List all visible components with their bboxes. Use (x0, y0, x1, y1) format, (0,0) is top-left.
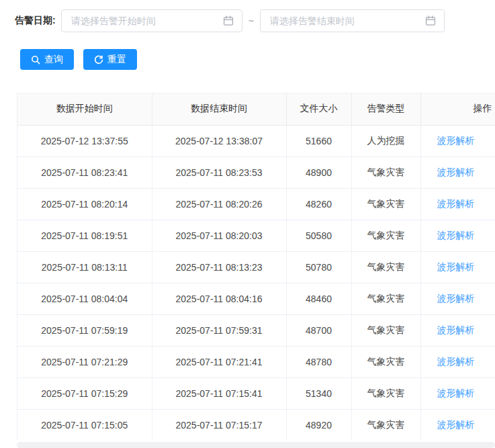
col-header-alarm-type: 告警类型 (351, 93, 420, 125)
cell-end-time: 2025-07-11 08:20:03 (152, 220, 286, 251)
horizontal-scrollbar[interactable] (17, 442, 495, 448)
cell-end-time: 2025-07-11 08:20:26 (152, 188, 286, 220)
waveform-analysis-link[interactable]: 波形解析 (437, 356, 475, 367)
waveform-analysis-link[interactable]: 波形解析 (437, 419, 475, 430)
cell-start-time: 2025-07-11 08:19:51 (17, 220, 152, 251)
cell-alarm-type: 人为挖掘 (351, 125, 420, 156)
cell-actions: 波形解析 (420, 346, 495, 377)
toolbar: 查询 重置 (20, 49, 137, 70)
cell-end-time: 2025-07-11 07:21:41 (152, 346, 286, 377)
cell-alarm-type: 气象灾害 (351, 188, 420, 220)
cell-actions: 波形解析 (420, 377, 495, 409)
cell-actions: 波形解析 (420, 156, 495, 188)
cell-actions: 波形解析 (420, 188, 495, 220)
table-row: 2025-07-11 07:15:29 2025-07-11 07:15:41 … (17, 377, 495, 409)
cell-end-time: 2025-07-11 08:04:16 (152, 283, 286, 314)
waveform-analysis-link[interactable]: 波形解析 (437, 230, 475, 240)
filter-bar: 告警日期: ~ (15, 9, 445, 32)
cell-file-size: 48700 (286, 314, 351, 346)
cell-end-time: 2025-07-11 07:15:41 (152, 377, 286, 409)
cell-end-time: 2025-07-11 08:23:53 (152, 156, 286, 188)
reset-button-label: 重置 (107, 54, 126, 66)
table-header: 数据开始时间 数据结束时间 文件大小 告警类型 操作 (17, 93, 495, 125)
cell-start-time: 2025-07-11 07:15:29 (17, 377, 152, 409)
cell-actions: 波形解析 (420, 125, 495, 156)
cell-actions: 波形解析 (420, 283, 495, 314)
cell-actions: 波形解析 (420, 409, 495, 440)
cell-start-time: 2025-07-11 08:23:41 (17, 156, 152, 188)
waveform-analysis-link[interactable]: 波形解析 (437, 388, 475, 398)
alarm-date-label: 告警日期: (15, 15, 56, 27)
waveform-analysis-link[interactable]: 波形解析 (437, 198, 475, 209)
table-row: 2025-07-11 08:13:11 2025-07-11 08:13:23 … (17, 251, 495, 283)
cell-alarm-type: 气象灾害 (351, 377, 420, 409)
cell-actions: 波形解析 (420, 220, 495, 251)
table-row: 2025-07-11 08:20:14 2025-07-11 08:20:26 … (17, 188, 495, 220)
cell-start-time: 2025-07-11 07:15:05 (17, 409, 152, 440)
cell-file-size: 48260 (286, 188, 351, 220)
cell-file-size: 48920 (286, 409, 351, 440)
table-row: 2025-07-11 08:23:41 2025-07-11 08:23:53 … (17, 156, 495, 188)
cell-start-time: 2025-07-11 08:04:04 (17, 283, 152, 314)
table-body: 2025-07-12 13:37:55 2025-07-12 13:38:07 … (17, 125, 495, 440)
cell-file-size: 51660 (286, 125, 351, 156)
waveform-analysis-link[interactable]: 波形解析 (437, 324, 475, 335)
cell-alarm-type: 气象灾害 (351, 156, 420, 188)
end-date-picker[interactable] (260, 9, 445, 32)
cell-start-time: 2025-07-11 07:59:19 (17, 314, 152, 346)
cell-start-time: 2025-07-11 08:13:11 (17, 251, 152, 283)
calendar-icon[interactable] (223, 15, 234, 26)
cell-file-size: 48900 (286, 156, 351, 188)
cell-alarm-type: 气象灾害 (351, 346, 420, 377)
search-button[interactable]: 查询 (20, 49, 74, 70)
cell-start-time: 2025-07-11 08:20:14 (17, 188, 152, 220)
end-date-input[interactable] (261, 10, 425, 32)
cell-start-time: 2025-07-12 13:37:55 (17, 125, 152, 156)
reset-button[interactable]: 重置 (83, 49, 137, 70)
refresh-icon (94, 55, 103, 64)
col-header-file-size: 文件大小 (286, 93, 351, 125)
cell-alarm-type: 气象灾害 (351, 314, 420, 346)
table-row: 2025-07-11 08:04:04 2025-07-11 08:04:16 … (17, 283, 495, 314)
cell-file-size: 48460 (286, 283, 351, 314)
cell-end-time: 2025-07-12 13:38:07 (152, 125, 286, 156)
search-button-label: 查询 (44, 54, 63, 66)
cell-alarm-type: 气象灾害 (351, 251, 420, 283)
calendar-icon[interactable] (425, 15, 436, 26)
cell-file-size: 50580 (286, 220, 351, 251)
range-separator: ~ (249, 15, 254, 26)
col-header-data-start-time: 数据开始时间 (17, 93, 152, 125)
cell-end-time: 2025-07-11 07:59:31 (152, 314, 286, 346)
waveform-analysis-link[interactable]: 波形解析 (437, 293, 475, 304)
cell-actions: 波形解析 (420, 314, 495, 346)
cell-alarm-type: 气象灾害 (351, 220, 420, 251)
start-date-input[interactable] (62, 10, 223, 32)
waveform-analysis-link[interactable]: 波形解析 (437, 135, 475, 146)
cell-file-size: 48780 (286, 346, 351, 377)
table-row: 2025-07-11 07:21:29 2025-07-11 07:21:41 … (17, 346, 495, 377)
cell-alarm-type: 气象灾害 (351, 283, 420, 314)
cell-file-size: 50780 (286, 251, 351, 283)
col-header-actions: 操作 (420, 93, 495, 125)
cell-end-time: 2025-07-11 07:15:17 (152, 409, 286, 440)
waveform-analysis-link[interactable]: 波形解析 (437, 261, 475, 272)
start-date-picker[interactable] (61, 9, 242, 32)
search-icon (31, 55, 40, 64)
table-row: 2025-07-12 13:37:55 2025-07-12 13:38:07 … (17, 125, 495, 156)
cell-actions: 波形解析 (420, 251, 495, 283)
cell-start-time: 2025-07-11 07:21:29 (17, 346, 152, 377)
col-header-data-end-time: 数据结束时间 (152, 93, 286, 125)
table-row: 2025-07-11 07:15:05 2025-07-11 07:15:17 … (17, 409, 495, 440)
cell-file-size: 51340 (286, 377, 351, 409)
cell-alarm-type: 气象灾害 (351, 409, 420, 440)
table-row: 2025-07-11 07:59:19 2025-07-11 07:59:31 … (17, 314, 495, 346)
table-row: 2025-07-11 08:19:51 2025-07-11 08:20:03 … (17, 220, 495, 251)
alarm-table: 数据开始时间 数据结束时间 文件大小 告警类型 操作 2025-07-12 13… (17, 93, 495, 440)
waveform-analysis-link[interactable]: 波形解析 (437, 167, 475, 177)
cell-end-time: 2025-07-11 08:13:23 (152, 251, 286, 283)
